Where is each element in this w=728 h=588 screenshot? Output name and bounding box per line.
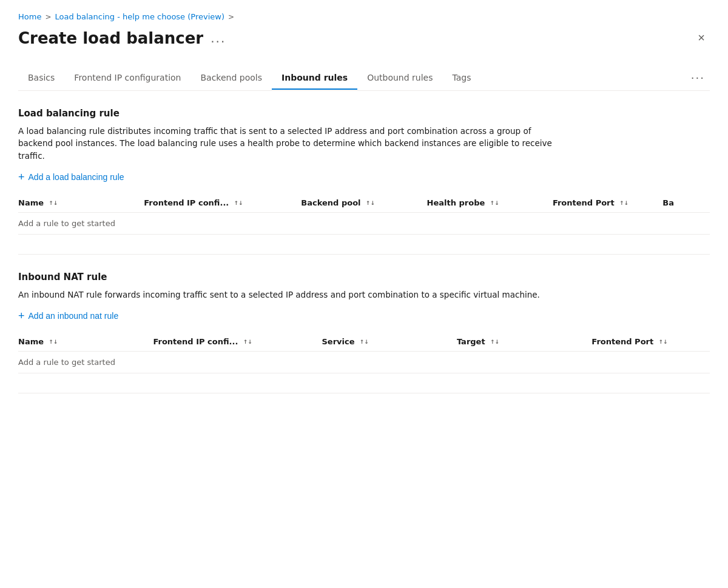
table-row: Add a rule to get started [18,212,710,234]
nat-col-header-name[interactable]: Name ↑↓ [18,332,153,352]
breadcrumb-sep-1: > [45,13,51,21]
plus-icon: + [18,172,25,182]
load-balancing-rule-title: Load balancing rule [18,108,710,119]
col-header-ba: Ba [662,193,710,213]
inbound-nat-rule-title: Inbound NAT rule [18,272,710,282]
add-load-balancing-rule-label: Add a load balancing rule [29,172,124,182]
nat-col-header-target[interactable]: Target ↑↓ [457,332,592,352]
nat-sort-icon-frontport: ↑↓ [659,339,668,345]
breadcrumb: Home > Load balancing - help me choose (… [18,12,710,21]
nat-sort-icon-frontend: ↑↓ [243,339,252,345]
inbound-nat-rule-table: Name ↑↓ Frontend IP confi... ↑↓ Service … [18,332,710,373]
load-balancing-rule-section: Load balancing rule A load balancing rul… [18,108,710,235]
col-header-frontend-port[interactable]: Frontend Port ↑↓ [553,193,662,213]
tabs-more-options[interactable]: ··· [686,65,710,90]
tab-backend-pools[interactable]: Backend pools [190,67,272,90]
add-inbound-nat-rule-label: Add an inbound nat rule [29,311,119,321]
nat-sort-icon-name: ↑↓ [49,339,58,345]
page-header: Create load balancer ... × [18,28,710,47]
close-button[interactable]: × [693,28,710,47]
load-balancing-rule-desc: A load balancing rule distributes incomi… [18,125,564,162]
page-header-left: Create load balancer ... [18,29,226,47]
sort-icon-health: ↑↓ [490,201,499,206]
tabs-container: Basics Frontend IP configuration Backend… [18,65,710,91]
sort-icon-frontend: ↑↓ [234,201,243,206]
tab-outbound-rules[interactable]: Outbound rules [357,67,442,90]
section-divider-2 [18,393,710,393]
table-row: Add a rule to get started [18,352,710,373]
inbound-nat-rule-section: Inbound NAT rule An inbound NAT rule for… [18,272,710,373]
breadcrumb-loadbalancing[interactable]: Load balancing - help me choose (Preview… [55,12,224,21]
nat-rule-empty-message: Add a rule to get started [18,352,710,373]
breadcrumb-home[interactable]: Home [18,12,41,21]
add-inbound-nat-rule-button[interactable]: + Add an inbound nat rule [18,310,118,321]
sort-icon-backend: ↑↓ [366,201,375,206]
nat-sort-icon-service: ↑↓ [360,339,369,345]
lb-rule-empty-message: Add a rule to get started [18,212,710,234]
plus-icon-nat: + [18,310,25,321]
add-load-balancing-rule-button[interactable]: + Add a load balancing rule [18,172,124,182]
col-header-backend-pool[interactable]: Backend pool ↑↓ [301,193,426,213]
nat-col-header-service[interactable]: Service ↑↓ [322,332,456,352]
tab-inbound-rules[interactable]: Inbound rules [272,67,357,90]
nat-col-header-frontend-port[interactable]: Frontend Port ↑↓ [592,332,710,352]
tab-frontend-ip[interactable]: Frontend IP configuration [64,67,190,90]
col-header-health-probe[interactable]: Health probe ↑↓ [427,193,553,213]
nat-col-header-frontend-ip[interactable]: Frontend IP confi... ↑↓ [153,332,322,352]
col-header-frontend-ip[interactable]: Frontend IP confi... ↑↓ [144,193,301,213]
sort-icon-frontport: ↑↓ [619,201,629,206]
inbound-nat-rule-desc: An inbound NAT rule forwards incoming tr… [18,289,564,301]
col-header-name[interactable]: Name ↑↓ [18,193,144,213]
nat-sort-icon-target: ↑↓ [490,339,499,345]
sort-icon-name: ↑↓ [49,201,58,206]
tab-basics[interactable]: Basics [18,67,64,90]
load-balancing-rule-table: Name ↑↓ Frontend IP confi... ↑↓ Backend … [18,193,710,235]
section-divider-1 [18,254,710,255]
page-title: Create load balancer [18,29,203,47]
breadcrumb-sep-2: > [228,13,234,21]
tab-tags[interactable]: Tags [443,67,481,90]
page-more-options[interactable]: ... [211,31,226,45]
